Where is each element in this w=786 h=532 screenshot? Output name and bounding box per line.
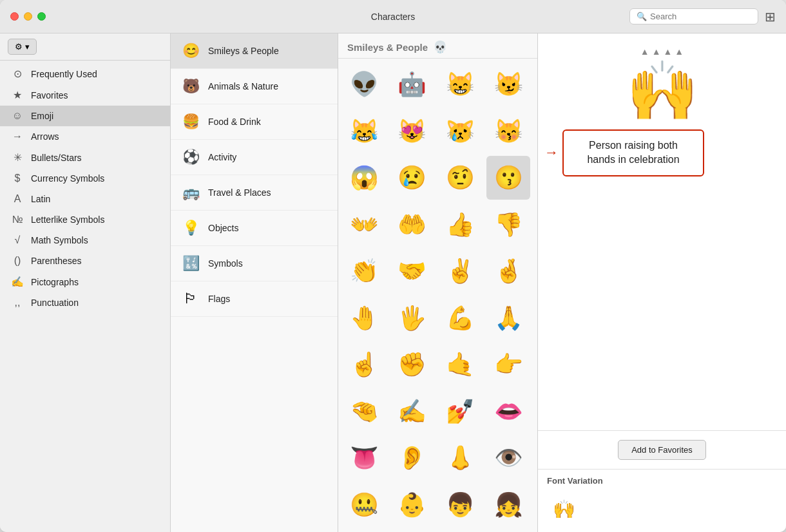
category-label-flags: Flags bbox=[208, 294, 230, 304]
category-item-activity[interactable]: ⚽Activity bbox=[171, 140, 338, 175]
emoji-cell[interactable]: 😢 bbox=[390, 156, 434, 200]
sidebar-item-favorites[interactable]: ★Favorites bbox=[0, 84, 170, 106]
category-icon-activity: ⚽ bbox=[181, 149, 200, 166]
emoji-cell[interactable]: ✌️ bbox=[439, 249, 483, 293]
category-icon-travel-places: 🚌 bbox=[181, 184, 200, 201]
category-item-smileys-people[interactable]: 😊Smileys & People bbox=[171, 33, 338, 69]
emoji-cell[interactable]: 👐 bbox=[342, 203, 386, 247]
category-icon-objects: 💡 bbox=[181, 220, 200, 236]
category-item-animals-nature[interactable]: 🐻Animals & Nature bbox=[171, 69, 338, 104]
sidebar-item-emoji[interactable]: ☺Emoji bbox=[0, 106, 170, 126]
emoji-cell[interactable]: 🤏 bbox=[342, 390, 386, 433]
emoji-cell[interactable]: 😿 bbox=[439, 109, 483, 153]
category-item-objects[interactable]: 💡Objects bbox=[171, 211, 338, 246]
search-icon: 🔍 bbox=[637, 12, 647, 21]
emoji-cell[interactable]: 👃 bbox=[439, 436, 483, 480]
category-label-symbols: Symbols bbox=[208, 258, 243, 269]
emoji-cell[interactable]: 🤨 bbox=[439, 156, 483, 200]
category-item-food-drink[interactable]: 🍔Food & Drink bbox=[171, 104, 338, 140]
emoji-cell[interactable]: 👍 bbox=[439, 203, 483, 247]
emoji-cell[interactable]: ☝️ bbox=[342, 343, 386, 386]
minimize-button[interactable] bbox=[24, 12, 32, 21]
emoji-cell[interactable]: 🙏 bbox=[486, 296, 530, 340]
font-variation-item[interactable]: 🙌 bbox=[547, 492, 580, 526]
category-item-flags[interactable]: 🏳Flags bbox=[171, 281, 338, 317]
category-label-smileys-people: Smileys & People bbox=[208, 46, 279, 56]
search-input[interactable] bbox=[650, 12, 740, 21]
emoji-cell[interactable]: 👄 bbox=[486, 390, 530, 433]
sidebar-label-frequently-used: Frequently Used bbox=[31, 69, 97, 79]
sidebar-item-latin[interactable]: ALatin bbox=[0, 189, 170, 209]
sidebar-label-punctuation: Punctuation bbox=[31, 298, 79, 308]
emoji-cell[interactable]: 🖐 bbox=[390, 296, 434, 340]
emoji-cell[interactable]: 👂 bbox=[390, 436, 434, 480]
grid-view-icon[interactable]: ⊞ bbox=[765, 9, 776, 24]
sidebar-label-math: Math Symbols bbox=[31, 235, 88, 245]
sidebar-label-emoji: Emoji bbox=[31, 111, 53, 121]
emoji-cell[interactable]: 👽 bbox=[342, 62, 386, 106]
sidebar-icon-letterlike: № bbox=[10, 214, 24, 225]
sidebar-icon-latin: A bbox=[10, 193, 24, 205]
sidebar-item-pictographs[interactable]: ✍Pictographs bbox=[0, 271, 170, 292]
emoji-cell[interactable]: 👁️ bbox=[486, 436, 530, 480]
emoji-cell[interactable]: 🤚 bbox=[342, 296, 386, 340]
emoji-cell[interactable]: 👉 bbox=[486, 343, 530, 386]
annotation-arrow: → bbox=[544, 144, 559, 161]
emoji-cell[interactable]: 😽 bbox=[486, 109, 530, 153]
sidebar-label-latin: Latin bbox=[31, 194, 50, 204]
sidebar-item-arrows[interactable]: →Arrows bbox=[0, 126, 170, 147]
sidebar-item-frequently-used[interactable]: ⊙Frequently Used bbox=[0, 63, 170, 84]
category-item-symbols[interactable]: 🔣Symbols bbox=[171, 246, 338, 281]
category-item-travel-places[interactable]: 🚌Travel & Places bbox=[171, 175, 338, 211]
emoji-cell[interactable]: 🤐 bbox=[342, 483, 386, 527]
emoji-name-box: Person raising both hands in celebration bbox=[562, 129, 704, 176]
emoji-cell[interactable]: 🤞 bbox=[486, 249, 530, 293]
font-variation-title: Font Variation bbox=[547, 476, 777, 486]
sidebar-icon-frequently-used: ⊙ bbox=[10, 68, 24, 80]
emoji-cell[interactable]: 😹 bbox=[342, 109, 386, 153]
sidebar-item-punctuation[interactable]: ,,Punctuation bbox=[0, 292, 170, 313]
emoji-cell[interactable]: 👦 bbox=[439, 483, 483, 527]
toolbar-right: 🔍 ⊞ bbox=[629, 8, 776, 24]
emoji-cell[interactable]: 🤖 bbox=[390, 62, 434, 106]
emoji-cell[interactable]: 🤝 bbox=[390, 249, 434, 293]
sidebar-item-letterlike[interactable]: №Letterlike Symbols bbox=[0, 209, 170, 230]
emoji-cell[interactable]: 😼 bbox=[486, 62, 530, 106]
emoji-cell[interactable]: 👏 bbox=[342, 249, 386, 293]
sidebar-icon-parentheses: () bbox=[10, 255, 24, 267]
sidebar-icon-arrows: → bbox=[10, 131, 24, 142]
maximize-button[interactable] bbox=[37, 12, 46, 21]
sidebar-item-parentheses[interactable]: ()Parentheses bbox=[0, 251, 170, 271]
emoji-cell[interactable]: 👅 bbox=[342, 436, 386, 480]
search-box[interactable]: 🔍 bbox=[629, 8, 758, 24]
sidebar-label-letterlike: Letterlike Symbols bbox=[31, 214, 104, 225]
sidebar-item-math[interactable]: √Math Symbols bbox=[0, 230, 170, 251]
emoji-cell[interactable]: 🤲 bbox=[390, 203, 434, 247]
sidebar-item-currency[interactable]: $Currency Symbols bbox=[0, 168, 170, 189]
emoji-cell[interactable]: ✍️ bbox=[390, 390, 434, 433]
detail-emoji-area: ▲▲▲▲ 🙌 bbox=[544, 46, 780, 123]
emoji-cell[interactable]: 😻 bbox=[390, 109, 434, 153]
emoji-cell[interactable]: 😱 bbox=[342, 156, 386, 200]
emoji-cell[interactable]: 💪 bbox=[439, 296, 483, 340]
close-button[interactable] bbox=[10, 12, 19, 21]
add-to-favorites-button[interactable]: Add to Favorites bbox=[618, 440, 706, 460]
emoji-cell[interactable]: 🤙 bbox=[439, 343, 483, 386]
emoji-cell[interactable]: 😸 bbox=[439, 62, 483, 106]
gear-button[interactable]: ⚙ ▾ bbox=[8, 39, 37, 55]
emoji-cell[interactable]: 👎 bbox=[486, 203, 530, 247]
category-label-activity: Activity bbox=[208, 152, 236, 162]
category-label-food-drink: Food & Drink bbox=[208, 117, 261, 127]
emoji-cell[interactable]: 💅 bbox=[439, 390, 483, 433]
category-label-objects: Objects bbox=[208, 223, 238, 233]
category-icon-smileys-people: 😊 bbox=[181, 43, 200, 59]
sidebar-item-bullets-stars[interactable]: ✳Bullets/Stars bbox=[0, 147, 170, 168]
emoji-cell[interactable]: ✊ bbox=[390, 343, 434, 386]
emoji-cell[interactable]: 👶 bbox=[390, 483, 434, 527]
emoji-cell[interactable]: 😗 bbox=[486, 156, 530, 200]
category-icon-flags: 🏳 bbox=[181, 290, 200, 307]
triangle-indicators: ▲▲▲▲ bbox=[640, 46, 684, 57]
detail-panel: ▲▲▲▲ 🙌 → Person raising both hands in ce… bbox=[538, 33, 786, 532]
emoji-cell[interactable]: 👧 bbox=[486, 483, 530, 527]
sidebar-label-arrows: Arrows bbox=[31, 131, 59, 142]
